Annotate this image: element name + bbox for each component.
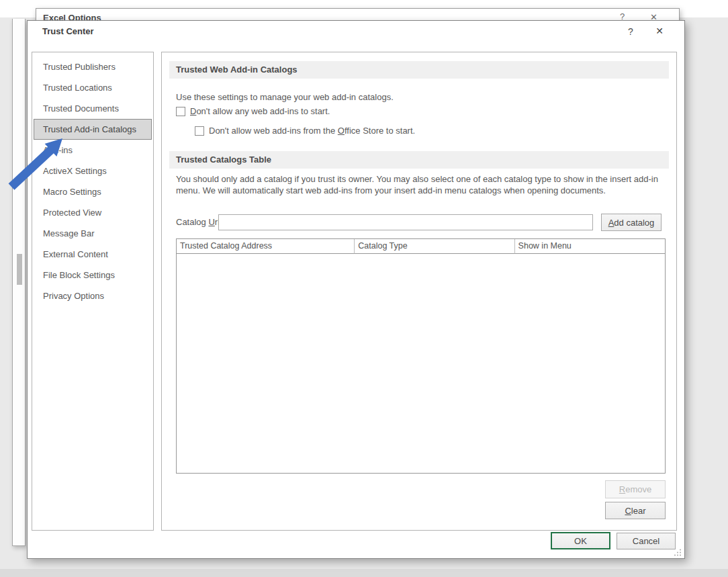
column-header-trusted-catalog-address[interactable]: Trusted Catalog Address <box>177 239 355 254</box>
sidebar-item-trusted-add-in-catalogs[interactable]: Trusted Add-in Catalogs <box>34 119 152 140</box>
ok-button[interactable]: OK <box>551 532 610 549</box>
sidebar-item-trusted-locations[interactable]: Trusted Locations <box>34 77 152 98</box>
label-accel: C <box>625 506 631 516</box>
sidebar-item-macro-settings[interactable]: Macro Settings <box>34 181 152 202</box>
sidebar-item-file-block-settings[interactable]: File Block Settings <box>34 265 152 285</box>
dont-allow-web-add-ins-row: Don't allow any web add-ins to start. <box>176 106 330 116</box>
sidebar-item-external-content[interactable]: External Content <box>34 244 152 265</box>
section-header-trusted-catalogs-table: Trusted Catalogs Table <box>169 151 669 169</box>
desktop-background-bottom <box>0 569 728 577</box>
cancel-button[interactable]: Cancel <box>617 533 676 549</box>
trust-center-sidebar: Trusted Publishers Trusted Locations Tru… <box>32 52 154 531</box>
label-accel: O <box>338 126 345 136</box>
button-label: Remove <box>619 484 651 494</box>
column-header-catalog-type[interactable]: Catalog Type <box>355 239 514 254</box>
button-label: Add catalog <box>608 218 655 228</box>
sidebar-item-message-bar[interactable]: Message Bar <box>34 223 152 244</box>
settings-intro-text: Use these settings to manage your web ad… <box>176 92 394 102</box>
section-header-trusted-web-add-in-catalogs: Trusted Web Add-in Catalogs <box>169 61 669 79</box>
dont-allow-web-add-ins-checkbox[interactable] <box>176 107 185 116</box>
screen: Excel Options ? ✕ Trust Center ? ✕ Trust… <box>0 0 728 577</box>
dialog-title: Trust Center <box>42 26 94 36</box>
trusted-catalogs-table: Trusted Catalog Address Catalog Type Sho… <box>176 238 666 474</box>
label-post: lear <box>631 506 646 516</box>
trust-center-dialog: Trust Center ? ✕ Trusted Publishers Trus… <box>27 20 685 559</box>
dont-allow-office-store-row: Don't allow web add-ins from the Office … <box>195 126 415 136</box>
sidebar-item-activex-settings[interactable]: ActiveX Settings <box>34 161 152 181</box>
column-header-show-in-menu[interactable]: Show in Menu <box>515 239 665 254</box>
sidebar-item-add-ins[interactable]: Add-ins <box>34 140 152 161</box>
remove-button: Remove <box>605 480 666 498</box>
catalog-url-input[interactable] <box>218 214 593 230</box>
sidebar-item-protected-view[interactable]: Protected View <box>34 202 152 223</box>
catalog-description-text: You should only add a catalog if you tru… <box>176 173 670 196</box>
table-header-row: Trusted Catalog Address Catalog Type Sho… <box>177 239 665 254</box>
sidebar-item-privacy-options[interactable]: Privacy Options <box>34 285 152 306</box>
trusted-add-in-catalogs-panel: Trusted Web Add-in Catalogs Use these se… <box>161 52 677 531</box>
clear-button[interactable]: Clear <box>605 502 666 519</box>
label-pre: Catalog <box>176 217 208 227</box>
label-post: emove <box>625 484 651 494</box>
label-post: ffice Store to start. <box>345 126 415 136</box>
sidebar-item-trusted-publishers[interactable]: Trusted Publishers <box>34 56 152 77</box>
label-pre: Don't allow web add-ins from the <box>209 126 338 136</box>
dont-allow-office-store-label: Don't allow web add-ins from the Office … <box>209 126 415 136</box>
dont-allow-web-add-ins-label: Don't allow any web add-ins to start. <box>190 106 330 116</box>
label-post: dd catalog <box>614 218 654 228</box>
dont-allow-office-store-checkbox[interactable] <box>195 126 204 136</box>
background-window-edge <box>12 19 26 546</box>
label-accel: R <box>619 484 625 494</box>
resize-grip-icon[interactable] <box>674 548 682 556</box>
label-accel: D <box>190 106 196 116</box>
label-accel: U <box>208 217 214 227</box>
close-icon[interactable]: ✕ <box>652 26 667 36</box>
help-icon[interactable]: ? <box>624 26 637 37</box>
catalog-url-label: Catalog Url: <box>176 214 222 230</box>
background-scrollbar-thumb[interactable] <box>17 254 22 285</box>
sidebar-item-trusted-documents[interactable]: Trusted Documents <box>34 98 152 119</box>
table-body-empty[interactable] <box>177 254 665 473</box>
button-label: Clear <box>625 506 645 516</box>
label-post: on't allow any web add-ins to start. <box>196 106 330 116</box>
add-catalog-button[interactable]: Add catalog <box>601 214 662 231</box>
